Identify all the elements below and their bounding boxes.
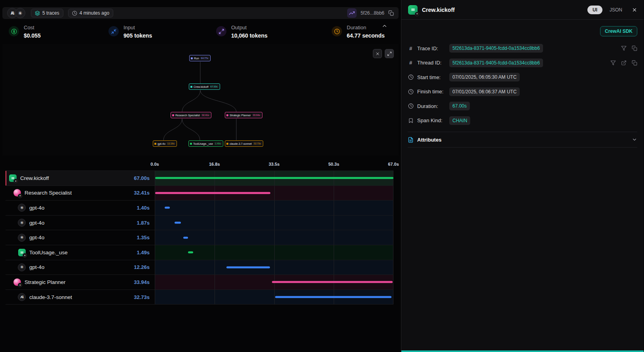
- field-row-finish-time: Finish time: 07/01/2025, 06:06:37 AM UTC: [408, 85, 637, 99]
- finish-time-value: 07/01/2025, 06:06:37 AM UTC: [449, 87, 520, 96]
- span-label: ToolUsage._use: [29, 250, 68, 255]
- tool-icon: ✳: [18, 248, 26, 256]
- span-detail-sidebar: ✳ Crew.kickoff UI JSON CrewAI SDK # Trac…: [401, 0, 644, 352]
- duration-value: 67.00s: [449, 102, 470, 110]
- timeline-row-research-specialist[interactable]: ✳ Research Specialist 32.41s: [6, 186, 393, 201]
- node-label: ToolUsage._use: [193, 142, 213, 145]
- timeline-track: [155, 245, 393, 260]
- timeline-bar[interactable]: [275, 296, 391, 298]
- bookmark-icon: [408, 118, 414, 123]
- agent-icon: ✳: [13, 278, 21, 286]
- graph-node-crew-kickoff[interactable]: Crew.kickoff 67.00s: [189, 83, 220, 90]
- updated-time-chip: 4 minutes ago: [68, 9, 113, 17]
- stat-input: Input905 tokens: [108, 25, 216, 39]
- timeline-row-gpt-4o[interactable]: ✳ gpt-4o 12.26s: [6, 260, 393, 275]
- node-dot: [226, 114, 228, 116]
- timeline-bar[interactable]: [183, 237, 188, 238]
- crew-icon: ✳: [408, 5, 418, 15]
- timeline-bar[interactable]: [188, 252, 193, 254]
- graph-node-gpt-4o[interactable]: gpt-4o 12.26s: [153, 140, 177, 147]
- filter-icon[interactable]: [610, 60, 616, 66]
- timeline-bar[interactable]: [272, 281, 393, 283]
- stat-output: Output10,060 tokens: [216, 25, 332, 39]
- graph-node-run[interactable]: Run 64.77s: [189, 55, 211, 61]
- thread-id-value[interactable]: 5f2613da-8371-9405-fcdd-0a1534cc8bb6: [449, 59, 543, 67]
- openai-icon: ✳: [18, 204, 26, 212]
- hash-icon: #: [408, 60, 414, 66]
- trace-id-value[interactable]: 5f2613da-8371-9405-fcdd-0a1534cc8bb6: [449, 44, 543, 53]
- openai-icon: ✳: [18, 219, 26, 227]
- field-label: Span Kind:: [417, 117, 446, 123]
- timeline-row-gpt-4o[interactable]: ✳ gpt-4o 1.87s: [6, 216, 393, 231]
- sidebar-bottom-accent: [401, 350, 644, 352]
- provider-avatars: A\ ✳: [7, 8, 25, 18]
- timeline-bar[interactable]: [226, 266, 270, 268]
- span-label: gpt-4o: [29, 205, 44, 211]
- external-link-icon[interactable]: [621, 60, 627, 66]
- span-duration: 1.49s: [137, 250, 150, 255]
- timeline-row-toolusage[interactable]: ✳ ToolUsage._use 1.49s: [6, 245, 393, 260]
- graph-node-research-specialist[interactable]: Research Specialist 32.41s: [171, 112, 211, 118]
- stat-input-value: 905 tokens: [123, 32, 152, 39]
- trace-short-id: 5f26...8bb6: [361, 10, 384, 16]
- axis-tick: 50.3s: [328, 162, 339, 167]
- node-duration: 1.49s: [214, 142, 222, 145]
- span-duration: 32.73s: [134, 294, 150, 300]
- span-duration: 1.40s: [137, 205, 150, 211]
- timeline-row-claude-sonnet[interactable]: A\ claude-3.7-sonnet 32.73s: [6, 290, 393, 305]
- openai-icon: ✳: [18, 234, 26, 242]
- timeline-track: [155, 171, 393, 185]
- timeline-row-crew-kickoff[interactable]: ✳ Crew.kickoff 67.00s: [6, 171, 393, 186]
- field-label: Duration:: [417, 103, 446, 109]
- openai-badge-icon: ✳: [415, 12, 419, 16]
- span-duration: 1.87s: [137, 220, 150, 226]
- stat-duration: Duration64.77 seconds: [332, 25, 385, 39]
- field-label: Finish time:: [417, 89, 446, 95]
- graph-node-claude-sonnet[interactable]: claude-3.7-sonnet 32.73s: [225, 140, 263, 147]
- timeline-bar[interactable]: [175, 222, 181, 224]
- attributes-section-header[interactable]: Attributes: [408, 132, 637, 148]
- close-graph-button[interactable]: [373, 49, 382, 58]
- copy-icon[interactable]: [388, 10, 394, 16]
- attributes-label: Attributes: [417, 137, 441, 143]
- metrics-chart-button[interactable]: [347, 8, 357, 18]
- span-label: Crew.kickoff: [20, 175, 49, 181]
- openai-badge-icon: ✳: [13, 179, 18, 183]
- span-label: Research Specialist: [25, 190, 72, 196]
- timeline-row-strategic-planner[interactable]: ✳ Strategic Planner 33.94s: [6, 275, 393, 290]
- axis-tick: 0.0s: [150, 162, 159, 167]
- timeline-bar[interactable]: [155, 177, 393, 179]
- trace-main-panel: A\ ✳ 5 traces 4 minutes ago 5f26...8bb6 …: [0, 0, 401, 352]
- timeline-bar[interactable]: [155, 192, 270, 194]
- graph-node-toolusage[interactable]: ToolUsage._use 1.49s: [188, 140, 223, 147]
- copy-icon[interactable]: [632, 45, 637, 51]
- timeline-row-gpt-4o[interactable]: ✳ gpt-4o 1.40s: [6, 201, 393, 216]
- crew-icon: ✳: [9, 174, 17, 182]
- axis-tick: 33.5s: [269, 162, 280, 167]
- timeline-bar[interactable]: [165, 207, 170, 209]
- node-duration: 64.77s: [200, 57, 209, 60]
- sidebar-title: Crew.kickoff: [422, 7, 455, 13]
- span-duration: 67.00s: [134, 175, 150, 181]
- copy-icon[interactable]: [632, 60, 637, 66]
- span-duration: 1.35s: [137, 235, 150, 240]
- filter-icon[interactable]: [621, 45, 627, 51]
- tab-ui[interactable]: UI: [587, 6, 602, 14]
- sidebar-tabs: UI JSON: [587, 6, 637, 14]
- node-label: Research Specialist: [175, 114, 200, 117]
- app-root: A\ ✳ 5 traces 4 minutes ago 5f26...8bb6 …: [0, 0, 644, 352]
- expand-graph-button[interactable]: [385, 49, 394, 58]
- chevron-up-icon[interactable]: [382, 23, 388, 29]
- traces-count-chip[interactable]: 5 traces: [31, 9, 63, 17]
- timeline-row-gpt-4o[interactable]: ✳ gpt-4o 1.35s: [6, 230, 393, 245]
- graph-node-strategic-planner[interactable]: Strategic Planner 33.94s: [225, 112, 262, 118]
- node-label: Run: [194, 57, 199, 60]
- tab-json[interactable]: JSON: [610, 7, 622, 13]
- chevron-down-icon[interactable]: [632, 137, 637, 142]
- span-label: claude-3.7-sonnet: [29, 294, 72, 300]
- stat-duration-label: Duration: [347, 25, 385, 30]
- node-duration: 12.26s: [167, 142, 175, 145]
- span-graph-panel: Run 64.77s Crew.kickoff 67.00s Research …: [2, 44, 399, 155]
- openai-badge-icon: ✳: [18, 194, 22, 198]
- close-icon[interactable]: [632, 7, 637, 13]
